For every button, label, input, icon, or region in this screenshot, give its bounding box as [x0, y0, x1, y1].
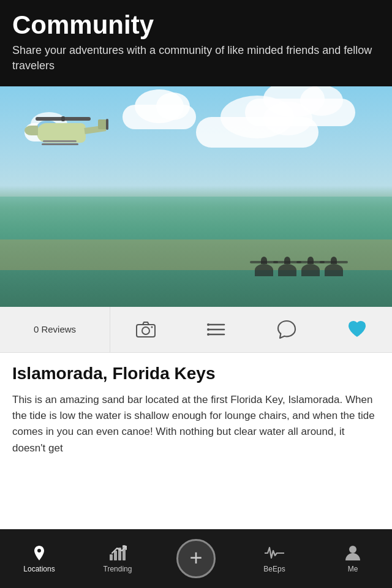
- nav-label-locations: Locations: [23, 565, 55, 573]
- heli-tail-fin: [98, 119, 107, 129]
- location-description: This is an amazing sand bar located at t…: [12, 392, 380, 456]
- trending-icon: [108, 545, 127, 562]
- add-plus-icon: +: [189, 547, 202, 569]
- header-subtitle: Share your adventures with a community o…: [12, 43, 380, 74]
- list-icon: [205, 318, 227, 341]
- kayaker-1: [255, 264, 273, 276]
- beeps-icon: [265, 545, 284, 562]
- heli-tail-rotor: [106, 119, 108, 130]
- kayaker-3: [301, 264, 320, 276]
- nav-label-me: Me: [348, 565, 358, 573]
- svg-point-13: [349, 546, 356, 553]
- nav-label-beeps: BeEps: [263, 565, 285, 573]
- cloud-1: [123, 105, 196, 129]
- water-area: [0, 197, 392, 307]
- nav-item-add[interactable]: +: [157, 539, 235, 578]
- heart-icon: [346, 318, 368, 341]
- heli-nose: [24, 126, 38, 135]
- nav-item-locations[interactable]: Locations: [0, 545, 78, 573]
- kayakers-group: [255, 264, 343, 276]
- header-title: Community: [12, 11, 380, 39]
- favorite-button[interactable]: [339, 311, 375, 348]
- svg-rect-9: [110, 554, 113, 560]
- helicopter: [18, 111, 104, 154]
- heli-main-rotor: [36, 117, 91, 121]
- cloud-4: [196, 117, 318, 148]
- bottom-nav: Locations Trending + BeEps Me: [0, 529, 392, 588]
- header: Community Share your adventures with a c…: [0, 0, 392, 86]
- chat-button[interactable]: [268, 311, 305, 348]
- content-area: Islamorada, Florida Keys This is an amaz…: [0, 353, 392, 462]
- chat-icon: [276, 318, 298, 341]
- list-button[interactable]: [198, 311, 235, 348]
- heli-skid-1: [43, 140, 77, 142]
- action-icons: [110, 307, 392, 352]
- nav-item-trending[interactable]: Trending: [78, 545, 157, 573]
- camera-icon: [135, 318, 157, 341]
- add-button[interactable]: +: [176, 539, 216, 578]
- reviews-section: 0 Reviews: [0, 307, 110, 352]
- reviews-count: 0 Reviews: [34, 324, 76, 334]
- svg-point-2: [151, 326, 153, 328]
- kayaker-4: [325, 264, 343, 276]
- person-icon: [345, 545, 361, 562]
- hero-image: [0, 86, 392, 307]
- kayaker-2: [278, 264, 296, 276]
- nav-label-trending: Trending: [104, 565, 132, 573]
- pin-icon: [31, 545, 48, 562]
- heli-skid-2: [42, 143, 78, 145]
- svg-rect-10: [114, 551, 117, 560]
- location-title: Islamorada, Florida Keys: [12, 364, 380, 383]
- nav-item-beeps[interactable]: BeEps: [235, 545, 314, 573]
- action-bar: 0 Reviews: [0, 307, 392, 353]
- nav-item-me[interactable]: Me: [314, 545, 392, 573]
- camera-button[interactable]: [127, 311, 164, 348]
- svg-point-1: [142, 327, 149, 334]
- heli-body: [37, 123, 86, 143]
